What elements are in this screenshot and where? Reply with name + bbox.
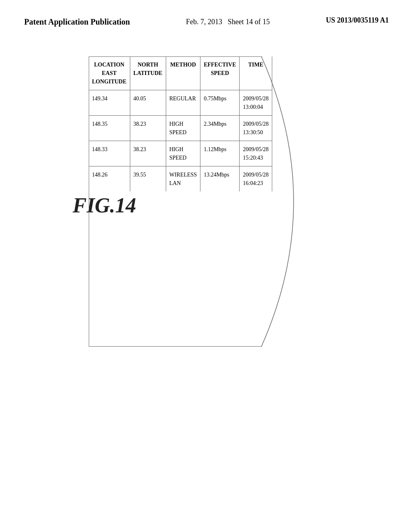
table-border-box [89,56,262,347]
table-right-curve [261,56,342,347]
patent-number: US 2013/0035119 A1 [326,16,389,25]
data-table-container: LOCATION EAST LONGITUDE NORTH LATITUDE M… [89,56,371,419]
publication-date: Feb. 7, 2013 Sheet 14 of 15 [186,16,270,26]
page-header: Patent Application Publication Feb. 7, 2… [0,0,413,35]
publication-title: Patent Application Publication [24,16,130,27]
